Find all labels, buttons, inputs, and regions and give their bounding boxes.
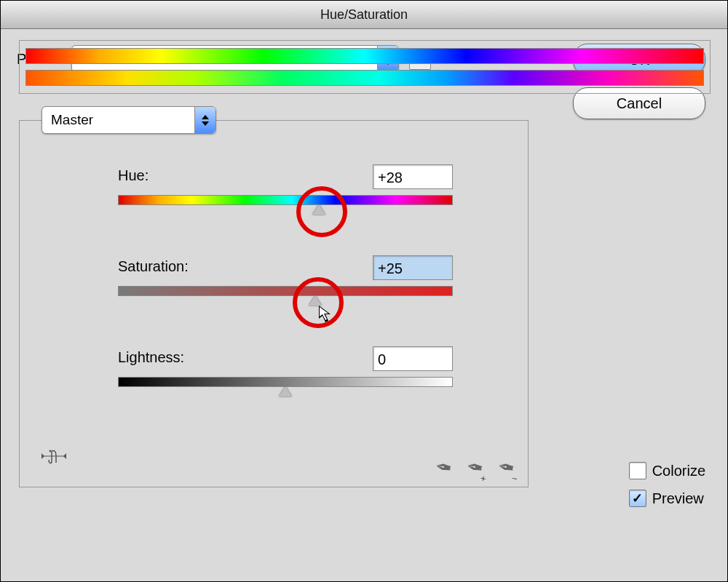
saturation-label: Saturation: [118, 258, 189, 275]
colorize-checkbox[interactable] [629, 462, 646, 479]
svg-marker-5 [320, 307, 328, 320]
titlebar: Hue/Saturation [1, 1, 727, 29]
saturation-input[interactable]: +25 [373, 255, 453, 280]
hue-saturation-dialog: Hue/Saturation Preset: Custom [0, 0, 728, 582]
edit-channel-select[interactable]: Master [41, 106, 216, 134]
dropdown-stepper-icon [194, 107, 215, 133]
lightness-label: Lightness: [118, 349, 184, 366]
svg-point-7 [50, 450, 52, 453]
hue-input[interactable]: +28 [373, 164, 453, 189]
colorize-label: Colorize [652, 463, 705, 479]
edit-channel-value: Master [51, 112, 93, 128]
saturation-slider[interactable] [118, 286, 453, 296]
input-spectrum-bar[interactable] [25, 48, 704, 64]
hue-slider-thumb[interactable] [312, 204, 325, 215]
hue-slider[interactable] [118, 195, 453, 205]
preview-checkbox[interactable] [629, 490, 646, 507]
eyedropper-icon[interactable]: ✒ [433, 454, 454, 480]
cursor-arrow-icon [318, 305, 334, 324]
eyedropper-add-icon[interactable]: ✒+ [464, 454, 485, 480]
eyedropper-subtract-icon[interactable]: ✒− [496, 454, 516, 480]
hue-label: Hue: [118, 167, 149, 184]
scrubby-slider-icon[interactable] [41, 445, 66, 472]
parameters-group: Master Hue: +28 S [19, 120, 529, 487]
saturation-slider-thumb[interactable] [309, 295, 322, 306]
output-spectrum-bar[interactable] [25, 70, 704, 86]
window-title: Hue/Saturation [320, 7, 408, 22]
svg-marker-4 [319, 306, 331, 322]
lightness-input[interactable]: 0 [373, 346, 453, 371]
color-spectrum-group [19, 40, 711, 94]
lightness-slider-thumb[interactable] [279, 386, 292, 396]
lightness-slider[interactable] [118, 377, 453, 387]
preview-label: Preview [652, 490, 704, 507]
